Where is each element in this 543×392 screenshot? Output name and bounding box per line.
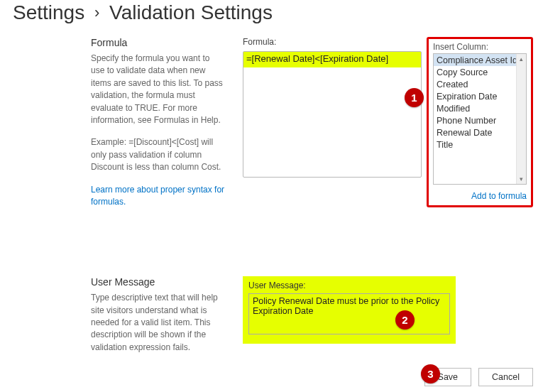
annotation-callout-3: 3 xyxy=(421,364,440,383)
column-option[interactable]: Renewal Date xyxy=(434,126,526,138)
add-to-formula-link[interactable]: Add to formula xyxy=(471,191,527,201)
breadcrumb-current: Validation Settings xyxy=(109,1,273,23)
insert-column-panel: Insert Column: ▴ ▾ Compliance Asset IdCo… xyxy=(427,37,533,207)
column-option[interactable]: Title xyxy=(434,138,526,151)
learn-more-link[interactable]: Learn more about proper syntax for formu… xyxy=(91,184,226,209)
insert-column-list[interactable]: ▴ ▾ Compliance Asset IdCopy SourceCreate… xyxy=(433,53,527,185)
page-title: Settings › Validation Settings xyxy=(0,0,543,37)
scroll-down-icon[interactable]: ▾ xyxy=(517,174,526,184)
user-message-description: Type descriptive text that will help sit… xyxy=(91,292,226,354)
scrollbar[interactable]: ▴ ▾ xyxy=(516,54,526,184)
formula-value: =[Renewal Date]<[Expiration Date] xyxy=(243,52,421,67)
column-option[interactable]: Expiration Date xyxy=(434,90,526,102)
annotation-callout-2: 2 xyxy=(395,310,415,330)
cancel-button[interactable]: Cancel xyxy=(478,368,533,386)
user-message-textarea[interactable] xyxy=(248,293,450,334)
formula-textarea[interactable] xyxy=(243,51,422,178)
annotation-callout-1: 1 xyxy=(405,88,424,107)
chevron-right-icon: › xyxy=(94,4,99,21)
column-option[interactable]: Modified xyxy=(434,102,526,114)
column-option[interactable]: Copy Source xyxy=(434,66,526,78)
user-message-heading: User Message xyxy=(91,276,226,288)
column-option[interactable]: Created xyxy=(434,78,526,90)
scroll-up-icon[interactable]: ▴ xyxy=(517,54,526,64)
insert-column-label: Insert Column: xyxy=(433,42,527,52)
column-option[interactable]: Compliance Asset Id xyxy=(434,54,526,66)
user-message-field-label: User Message: xyxy=(248,281,450,290)
column-option[interactable]: Phone Number xyxy=(434,114,526,126)
user-message-block: User Message: xyxy=(243,276,456,344)
formula-example: Example: =[Discount]<[Cost] will only pa… xyxy=(91,136,226,173)
formula-description: Specify the formula you want to use to v… xyxy=(91,53,226,126)
formula-heading: Formula xyxy=(91,37,226,48)
breadcrumb-parent[interactable]: Settings xyxy=(13,1,84,23)
button-row: Save Cancel xyxy=(424,368,533,386)
